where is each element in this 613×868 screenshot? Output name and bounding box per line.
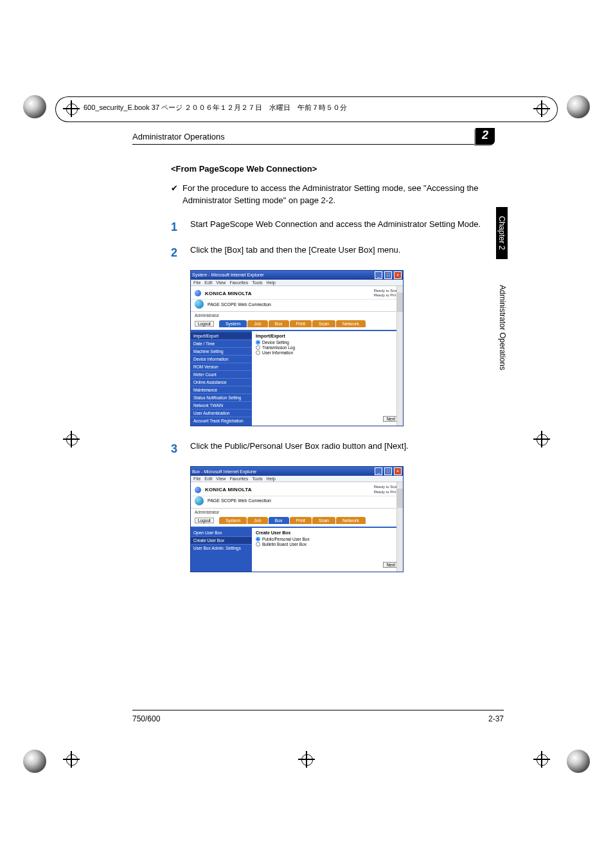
registration-ball bbox=[567, 95, 590, 118]
ready-status: Ready to Scan Ready to Print bbox=[374, 485, 399, 494]
menu-tools[interactable]: Tools bbox=[252, 476, 262, 481]
running-head-title: Administrator Operations bbox=[132, 132, 225, 141]
tab-system[interactable]: System bbox=[219, 517, 247, 524]
ready-scan: Ready to Scan bbox=[374, 289, 399, 293]
menu-edit[interactable]: Edit bbox=[204, 280, 212, 285]
menu-favorites[interactable]: Favorites bbox=[229, 280, 248, 285]
scrollbar[interactable] bbox=[396, 286, 403, 426]
note-text: For the procedure to access the Administ… bbox=[182, 183, 492, 207]
radio-icon[interactable] bbox=[256, 340, 260, 345]
note-bullet: ✔ For the procedure to access the Admini… bbox=[171, 183, 492, 207]
sidebar-item[interactable]: Network TWAIN bbox=[191, 401, 252, 409]
tab-print[interactable]: Print bbox=[290, 517, 312, 524]
ie-menubar: File Edit View Favorites Tools Help bbox=[191, 476, 403, 482]
step-text: Click the Public/Personal User Box radio… bbox=[190, 440, 409, 457]
admin-label: Administrator bbox=[191, 312, 403, 319]
section-heading: <From PageScope Web Connection> bbox=[171, 164, 492, 174]
sidebar-item[interactable]: ROM Version bbox=[191, 363, 252, 370]
sidebar-item[interactable]: Device Information bbox=[191, 355, 252, 363]
tab-scan[interactable]: Scan bbox=[312, 517, 335, 524]
brand-name: KONICA MINOLTA bbox=[205, 291, 252, 296]
menu-view[interactable]: View bbox=[216, 280, 226, 285]
screenshot-2: Box - Microsoft Internet Explorer _ □ × … bbox=[190, 466, 404, 572]
menu-file[interactable]: File bbox=[193, 280, 200, 285]
radio-icon[interactable] bbox=[256, 350, 260, 355]
subbrand-name: PAGE SCOPE Web Connection bbox=[208, 498, 271, 503]
window-buttons: _ □ × bbox=[374, 467, 402, 475]
ie-menubar: File Edit View Favorites Tools Help bbox=[191, 280, 403, 286]
sidebar-item[interactable]: Online Assistance bbox=[191, 378, 252, 386]
logout-button[interactable]: Logout bbox=[195, 518, 214, 523]
registration-ball bbox=[23, 750, 46, 773]
sidebar-item[interactable]: Maintenance bbox=[191, 386, 252, 393]
registration-crosshair bbox=[533, 431, 550, 448]
radio-option[interactable]: User Information bbox=[256, 350, 399, 355]
menu-tools[interactable]: Tools bbox=[252, 280, 262, 285]
radio-option[interactable]: Transmission Log bbox=[256, 345, 399, 350]
globe-icon bbox=[195, 300, 204, 309]
tab-system[interactable]: System bbox=[219, 320, 247, 327]
tab-network[interactable]: Network bbox=[336, 517, 366, 524]
minimize-icon[interactable]: _ bbox=[375, 271, 382, 279]
radio-option[interactable]: Public/Personal User Box bbox=[256, 537, 399, 541]
footer-page: 2-37 bbox=[488, 714, 504, 723]
admin-label: Administrator bbox=[191, 509, 403, 516]
maximize-icon[interactable]: □ bbox=[384, 271, 392, 279]
book-header: 600_security_E.book 37 ページ ２００６年１２月２７日 水… bbox=[77, 96, 536, 122]
book-header-text: 600_security_E.book 37 ページ ２００６年１２月２７日 水… bbox=[84, 103, 347, 113]
sidebar-item[interactable]: Status Notification Setting bbox=[191, 393, 252, 401]
tab-box[interactable]: Box bbox=[269, 517, 289, 524]
brand-logo-icon bbox=[195, 290, 201, 296]
logout-button[interactable]: Logout bbox=[195, 321, 214, 327]
menu-favorites[interactable]: Favorites bbox=[229, 476, 248, 481]
step-text: Click the [Box] tab and then the [Create… bbox=[190, 244, 400, 261]
radio-icon[interactable] bbox=[256, 345, 260, 350]
radio-icon[interactable] bbox=[256, 537, 260, 541]
sidebar-item[interactable]: Open User Box bbox=[191, 529, 252, 536]
close-icon[interactable]: × bbox=[394, 467, 402, 475]
side-tab: Chapter 2 Administrator Operations bbox=[496, 207, 510, 370]
sidebar: Import/Export Date / Time Machine Settin… bbox=[191, 331, 252, 426]
minimize-icon[interactable]: _ bbox=[375, 467, 382, 475]
tab-scan[interactable]: Scan bbox=[312, 320, 335, 327]
sidebar-item[interactable]: Machine Setting bbox=[191, 347, 252, 355]
tab-print[interactable]: Print bbox=[290, 320, 312, 327]
step-3: 3 Click the Public/Personal User Box rad… bbox=[171, 440, 492, 457]
tab-job[interactable]: Job bbox=[247, 320, 267, 327]
main-panel: Create User Box Public/Personal User Box… bbox=[252, 528, 403, 572]
ready-status: Ready to Scan Ready to Print bbox=[374, 289, 399, 298]
radio-option[interactable]: Bulletin Board User Box bbox=[256, 542, 399, 547]
scrollbar[interactable] bbox=[396, 482, 403, 571]
sidebar-item[interactable]: Create User Box bbox=[191, 536, 252, 544]
sidebar-item[interactable]: Account Track Registration bbox=[191, 417, 252, 424]
step-2: 2 Click the [Box] tab and then the [Crea… bbox=[171, 244, 492, 261]
step-text: Start PageScope Web Connection and acces… bbox=[190, 219, 481, 235]
tab-network[interactable]: Network bbox=[336, 320, 366, 327]
sidebar-item[interactable]: Meter Count bbox=[191, 370, 252, 378]
tab-job[interactable]: Job bbox=[247, 517, 267, 524]
tab-box[interactable]: Box bbox=[269, 320, 289, 327]
step-1: 1 Start PageScope Web Connection and acc… bbox=[171, 219, 492, 235]
menu-help[interactable]: Help bbox=[267, 280, 276, 285]
sidebar-item[interactable]: User Authentication bbox=[191, 409, 252, 417]
screenshot-1: System - Microsoft Internet Explorer _ □… bbox=[190, 270, 404, 426]
sidebar-item[interactable]: User Box Admin. Settings bbox=[191, 544, 252, 552]
step-number: 1 bbox=[171, 219, 190, 235]
menu-file[interactable]: File bbox=[193, 476, 200, 481]
maximize-icon[interactable]: □ bbox=[384, 467, 392, 475]
sidebar-item[interactable]: Date / Time bbox=[191, 339, 252, 347]
close-icon[interactable]: × bbox=[394, 271, 402, 279]
registration-crosshair bbox=[298, 751, 315, 768]
window-title: Box - Microsoft Internet Explorer bbox=[192, 469, 256, 474]
sidebar-item[interactable]: Import/Export bbox=[191, 332, 252, 339]
tab-strip: System Job Box Print Scan Network bbox=[219, 517, 366, 524]
ie-titlebar: System - Microsoft Internet Explorer _ □… bbox=[191, 271, 403, 280]
menu-view[interactable]: View bbox=[216, 476, 226, 481]
step-number: 2 bbox=[171, 244, 190, 261]
menu-help[interactable]: Help bbox=[267, 476, 276, 481]
menu-edit[interactable]: Edit bbox=[204, 476, 212, 481]
radio-icon[interactable] bbox=[256, 542, 260, 547]
radio-option[interactable]: Device Setting bbox=[256, 340, 399, 345]
subbrand-row: PAGE SCOPE Web Connection bbox=[191, 300, 403, 312]
panel-title: Import/Export bbox=[256, 334, 399, 338]
